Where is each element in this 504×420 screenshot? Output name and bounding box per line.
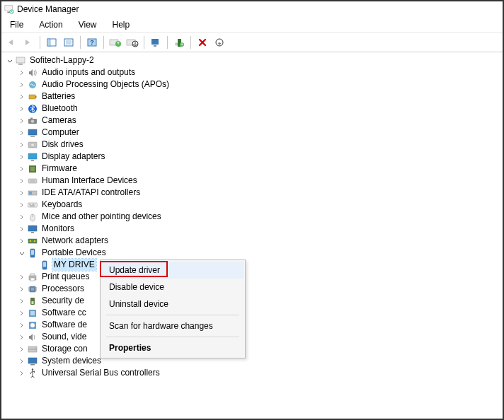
svg-rect-39 bbox=[28, 179, 37, 183]
enable-device-button[interactable] bbox=[211, 35, 228, 50]
tree-node-label: Universal Serial Bus controllers bbox=[40, 367, 161, 379]
tree-node-battery[interactable]: Batteries bbox=[6, 91, 503, 103]
chevron-right-icon[interactable] bbox=[18, 297, 26, 305]
tree-node-label: Computer bbox=[40, 127, 81, 139]
svg-rect-45 bbox=[29, 204, 30, 204]
back-button[interactable] bbox=[3, 35, 20, 50]
mouse-icon bbox=[27, 211, 38, 223]
tree-node-computer[interactable]: Computer bbox=[6, 127, 503, 139]
chevron-right-icon[interactable] bbox=[18, 189, 26, 197]
chevron-right-icon[interactable] bbox=[18, 213, 26, 221]
chevron-right-icon[interactable] bbox=[18, 273, 26, 281]
ctx-scan-hardware[interactable]: Scan for hardware changes bbox=[102, 317, 244, 334]
chevron-right-icon[interactable] bbox=[18, 153, 26, 161]
tree-node-system[interactable]: System devices bbox=[6, 355, 503, 367]
chevron-right-icon[interactable] bbox=[18, 309, 26, 317]
menu-help[interactable]: Help bbox=[105, 18, 137, 31]
svg-point-29 bbox=[31, 119, 35, 123]
tree-node-speaker[interactable]: Audio inputs and outputs bbox=[6, 66, 503, 78]
tree-node-my-drive[interactable]: MY DRIVE bbox=[6, 259, 503, 271]
chevron-right-icon[interactable] bbox=[18, 201, 26, 209]
add-drivers-button[interactable]: + bbox=[171, 35, 188, 50]
chevron-right-icon[interactable] bbox=[18, 369, 26, 378]
svg-point-34 bbox=[31, 143, 35, 146]
hid-icon bbox=[27, 175, 38, 187]
tree-node-disk[interactable]: Disk drives bbox=[6, 139, 503, 151]
chevron-right-icon[interactable] bbox=[18, 141, 26, 149]
chevron-right-icon[interactable] bbox=[18, 333, 26, 342]
chevron-right-icon[interactable] bbox=[18, 93, 26, 101]
menu-file[interactable]: File bbox=[3, 18, 30, 31]
properties-button[interactable] bbox=[60, 35, 77, 50]
tree-node-display[interactable]: Display adapters bbox=[6, 151, 503, 163]
tree-node-firmware[interactable]: Firmware bbox=[6, 163, 503, 175]
help-button[interactable]: ? bbox=[84, 35, 101, 50]
tree-node-portable[interactable]: Portable Devices bbox=[6, 247, 503, 259]
show-hide-tree-button[interactable] bbox=[43, 35, 60, 50]
toolbar: ? + bbox=[1, 33, 503, 52]
tree-node-usb[interactable]: Universal Serial Bus controllers bbox=[6, 367, 503, 379]
chevron-right-icon[interactable] bbox=[18, 129, 26, 137]
ctx-properties[interactable]: Properties bbox=[102, 339, 244, 356]
svg-rect-36 bbox=[31, 160, 34, 161]
tree-node-apo[interactable]: Audio Processing Objects (APOs) bbox=[6, 78, 503, 91]
tree-node-net[interactable]: Network adapters bbox=[6, 235, 503, 247]
chevron-right-icon[interactable] bbox=[18, 81, 26, 89]
chevron-right-icon[interactable] bbox=[18, 237, 26, 245]
menu-action[interactable]: Action bbox=[32, 18, 69, 31]
speaker-icon bbox=[27, 67, 38, 78]
svg-rect-43 bbox=[29, 192, 32, 194]
tree-node-label: Keyboards bbox=[40, 199, 84, 211]
disable-device-button[interactable] bbox=[124, 35, 141, 50]
ctx-disable-device[interactable]: Disable device bbox=[102, 279, 244, 296]
ctx-update-driver[interactable]: Update driver bbox=[102, 262, 244, 279]
chevron-right-icon[interactable] bbox=[18, 345, 26, 354]
menu-view[interactable]: View bbox=[71, 18, 104, 31]
forward-button[interactable] bbox=[20, 35, 37, 50]
chevron-right-icon[interactable] bbox=[18, 357, 26, 366]
update-driver-button[interactable] bbox=[107, 35, 124, 50]
ctx-uninstall-device[interactable]: Uninstall device bbox=[102, 296, 244, 313]
tree-node-sw2[interactable]: Software de bbox=[6, 319, 503, 331]
device-tree[interactable]: Sofitech-Lappy-2Audio inputs and outputs… bbox=[1, 52, 503, 379]
chevron-down-icon[interactable] bbox=[6, 57, 14, 65]
svg-rect-64 bbox=[30, 278, 35, 281]
toolbar-separator bbox=[103, 36, 104, 49]
tree-node-mouse[interactable]: Mice and other pointing devices bbox=[6, 211, 503, 223]
tree-node-sound[interactable]: Sound, vide bbox=[6, 331, 503, 343]
tree-node-security[interactable]: Security de bbox=[6, 295, 503, 307]
tree-node-printer[interactable]: Print queues bbox=[6, 271, 503, 283]
chevron-right-icon[interactable] bbox=[18, 177, 26, 185]
scan-hardware-button[interactable] bbox=[147, 35, 164, 50]
toolbar-separator bbox=[40, 36, 40, 49]
firmware-icon bbox=[27, 163, 38, 175]
cpu-icon bbox=[27, 284, 38, 295]
tree-node-sw1[interactable]: Software cc bbox=[6, 307, 503, 319]
tree-node-cpu[interactable]: Processors bbox=[6, 283, 503, 295]
uninstall-button[interactable] bbox=[194, 35, 211, 50]
tree-node-ide[interactable]: IDE ATA/ATAPI controllers bbox=[6, 187, 503, 199]
tree-node-label: Software cc bbox=[40, 307, 88, 319]
tree-node-root[interactable]: Sofitech-Lappy-2 bbox=[6, 54, 503, 66]
chevron-right-icon[interactable] bbox=[18, 285, 26, 293]
tree-node-keyboard[interactable]: Keyboards bbox=[6, 199, 503, 211]
toolbar-separator bbox=[80, 36, 81, 49]
svg-rect-44 bbox=[28, 203, 38, 207]
chevron-right-icon[interactable] bbox=[18, 225, 26, 233]
tree-node-label: Storage con bbox=[40, 343, 89, 355]
tree-node-hid[interactable]: Human Interface Devices bbox=[6, 175, 503, 187]
tree-node-monitor[interactable]: Monitors bbox=[6, 223, 503, 235]
tree-node-bt[interactable]: Bluetooth bbox=[6, 103, 503, 115]
chevron-right-icon[interactable] bbox=[18, 69, 26, 77]
tree-node-camera[interactable]: Cameras bbox=[6, 115, 503, 127]
app-icon bbox=[4, 4, 14, 14]
storage-icon bbox=[27, 344, 38, 355]
chevron-right-icon[interactable] bbox=[18, 165, 26, 173]
chevron-right-icon[interactable] bbox=[18, 321, 26, 329]
chevron-right-icon[interactable] bbox=[18, 105, 26, 113]
chevron-right-icon[interactable] bbox=[18, 117, 26, 125]
chevron-down-icon[interactable] bbox=[18, 249, 26, 257]
apo-icon bbox=[27, 79, 38, 91]
svg-rect-84 bbox=[30, 364, 35, 366]
tree-node-storage[interactable]: Storage con bbox=[6, 343, 503, 355]
